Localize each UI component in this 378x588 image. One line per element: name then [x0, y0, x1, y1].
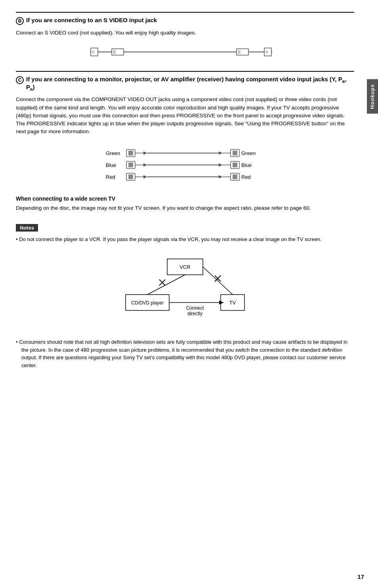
section-b-heading: B If you are connecting to an S VIDEO in… [16, 17, 354, 25]
svg-rect-42 [233, 174, 237, 179]
vcr-diagram: VCR CD/DVD player TV [16, 251, 354, 330]
svideo-cable-svg: S ||| ||| S [90, 45, 280, 59]
svg-text:Green: Green [106, 150, 120, 156]
section-b: B If you are connecting to an S VIDEO in… [16, 12, 354, 59]
vcr-diagram-svg: VCR CD/DVD player TV [102, 251, 268, 330]
svideo-diagram: S ||| ||| S [16, 45, 354, 59]
svg-text:Red: Red [106, 174, 115, 180]
svg-text:directly: directly [187, 311, 202, 316]
svg-marker-35 [219, 163, 223, 167]
svg-marker-23 [143, 163, 147, 167]
svg-text:TV: TV [229, 300, 236, 306]
notes-section: Notes • Do not connect the player to a V… [16, 220, 354, 370]
svg-marker-59 [219, 301, 224, 305]
component-cable-svg: Green Blue Red [102, 144, 268, 188]
svg-text:S: S [92, 50, 94, 54]
svg-text:Blue: Blue [106, 162, 116, 168]
svg-rect-21 [128, 163, 133, 167]
svg-rect-17 [128, 151, 133, 155]
svg-text:|||: ||| [238, 50, 241, 54]
notes-label: Notes [16, 224, 38, 232]
svg-rect-38 [233, 163, 237, 167]
svg-marker-31 [219, 151, 223, 155]
note-item-2: • Consumers should note that not all hig… [16, 338, 354, 369]
page-number: 17 [357, 573, 364, 580]
svg-text:S: S [265, 50, 268, 54]
svg-marker-12 [271, 50, 272, 54]
side-tab: Hookups [367, 79, 378, 114]
section-c-body: Connect the component via the COMPONENT … [16, 96, 354, 136]
component-diagram: Green Blue Red [16, 144, 354, 188]
section-b-body: Connect an S VIDEO cord (not supplied). … [16, 29, 354, 37]
note-item-1: • Do not connect the player to a VCR. If… [16, 236, 354, 243]
svg-text:|||: ||| [113, 50, 116, 54]
svg-text:VCR: VCR [179, 264, 190, 270]
section-b-circle: B [16, 17, 24, 25]
section-c-circle: C [16, 76, 24, 84]
wide-screen-heading: When connecting to a wide screen TV [16, 195, 354, 202]
svg-rect-25 [128, 174, 133, 179]
svg-marker-27 [143, 175, 147, 178]
wide-screen-body: Depending on the disc, the image may not… [16, 204, 354, 212]
svg-text:Blue: Blue [241, 162, 252, 168]
wide-screen-section: When connecting to a wide screen TV Depe… [16, 195, 354, 212]
svg-text:Green: Green [241, 150, 256, 156]
svg-rect-34 [233, 151, 237, 155]
section-c-heading: C If you are connecting to a monitor, pr… [16, 76, 354, 92]
svg-text:Red: Red [241, 174, 251, 180]
svg-text:CD/DVD player: CD/DVD player [131, 300, 164, 306]
section-c: C If you are connecting to a monitor, pr… [16, 71, 354, 369]
svg-text:Connect: Connect [186, 305, 204, 311]
svg-marker-19 [143, 151, 147, 155]
svg-line-55 [203, 267, 233, 295]
svg-line-52 [147, 275, 185, 295]
svg-marker-11 [90, 50, 91, 54]
svg-marker-39 [219, 175, 223, 178]
